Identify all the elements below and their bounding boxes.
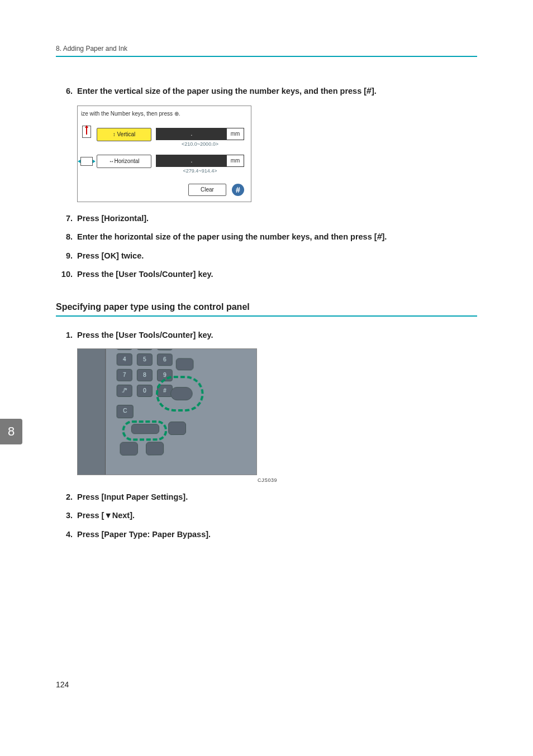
step-b1: 1. Press the [User Tools/Counter] key. — [56, 329, 477, 342]
chapter-tab: 8 — [0, 419, 22, 444]
horizontal-range: <279.4~914.4> — [156, 168, 244, 174]
step-number: 3. — [56, 509, 73, 522]
fn-key-e — [146, 442, 164, 455]
hash-icon: # — [377, 232, 382, 241]
down-arrow-icon: ▼ — [104, 511, 112, 520]
text-part: Press [ — [77, 511, 104, 520]
key-0: 0 — [137, 385, 153, 397]
key-7: 7 — [117, 369, 132, 381]
fn-key-a — [176, 358, 194, 371]
image-caption: CJS039 — [77, 477, 277, 483]
key-1: 1 — [117, 348, 132, 350]
control-panel-illustration: 1 2 3 4 5 6 7 8 9 ./* 0 # C — [77, 348, 257, 475]
page-number: 124 — [56, 680, 69, 689]
text-part: Next]. — [112, 511, 135, 520]
panel-screen — [77, 348, 106, 475]
step-b3: 3. Press [▼Next]. — [56, 509, 477, 522]
step-number: 8. — [56, 231, 73, 243]
subheading: Specifying paper type using the control … — [56, 302, 477, 317]
text-part: ]. — [372, 87, 377, 95]
key-star: ./* — [117, 385, 132, 397]
key-3: 3 — [157, 348, 173, 350]
lcd-prompt: ize with the Number keys, then press ⊕. — [78, 108, 251, 125]
steps-section-a-cont: 7. Press [Horizontal]. 8. Enter the hori… — [56, 212, 477, 281]
hash-icon: # — [366, 87, 372, 95]
fn-key-c — [168, 422, 186, 435]
vertical-range: <210.0~2000.0> — [156, 141, 244, 147]
orientation-horizontal-icon — [79, 152, 94, 170]
unit-label: mm — [227, 128, 244, 140]
key-c: C — [116, 405, 133, 418]
step-10: 10. Press the [User Tools/Counter] key. — [56, 268, 477, 281]
step-text: Enter the horizontal size of the paper u… — [77, 231, 477, 243]
step-7: 7. Press [Horizontal]. — [56, 212, 477, 225]
step-6: 6. Enter the vertical size of the paper … — [56, 85, 477, 98]
step-number: 10. — [56, 268, 73, 281]
vertical-value-box[interactable]: . mm — [156, 128, 244, 140]
step-number: 2. — [56, 491, 73, 504]
clear-button[interactable]: Clear — [188, 184, 226, 196]
steps-section-b: 1. Press the [User Tools/Counter] key. — [56, 329, 477, 342]
horizontal-button[interactable]: ↔Horizontal — [97, 155, 151, 168]
hash-button-icon[interactable]: # — [232, 184, 244, 196]
text-part: ]. — [382, 232, 387, 241]
step-b4: 4. Press [Paper Type: Paper Bypass]. — [56, 528, 477, 541]
step-text: Press [Input Paper Settings]. — [77, 491, 477, 504]
highlight-user-tools-icon — [156, 376, 204, 412]
key-2: 2 — [137, 348, 153, 350]
step-text: Press [▼Next]. — [77, 509, 477, 522]
step-text: Press [OK] twice. — [77, 250, 477, 262]
horizontal-value-col: . mm <279.4~914.4> — [156, 152, 244, 174]
page: 8 8. Adding Paper and Ink 6. Enter the v… — [0, 0, 533, 711]
panel-body: 1 2 3 4 5 6 7 8 9 ./* 0 # C — [77, 348, 257, 475]
fn-key-d — [120, 442, 138, 456]
step-text: Press the [User Tools/Counter] key. — [77, 268, 477, 281]
key-8: 8 — [137, 369, 153, 381]
vertical-value-col: . mm <210.0~2000.0> — [156, 126, 244, 147]
steps-section-a: 6. Enter the vertical size of the paper … — [56, 85, 477, 98]
step-8: 8. Enter the horizontal size of the pape… — [56, 231, 477, 243]
horizontal-value: . — [156, 155, 227, 166]
lcd-row-horizontal: ↔Horizontal . mm <279.4~914.4> — [78, 151, 251, 174]
page-header: 8. Adding Paper and Ink — [56, 45, 477, 57]
lcd-footer: Clear # — [78, 175, 251, 202]
text-part: Enter the vertical size of the paper usi… — [77, 87, 367, 95]
step-9: 9. Press [OK] twice. — [56, 250, 477, 262]
step-number: 9. — [56, 250, 73, 262]
horizontal-value-box[interactable]: . mm — [156, 155, 244, 167]
steps-section-b-cont: 2. Press [Input Paper Settings]. 3. Pres… — [56, 491, 477, 541]
step-number: 4. — [56, 528, 73, 541]
step-b2: 2. Press [Input Paper Settings]. — [56, 491, 477, 504]
step-text: Press [Paper Type: Paper Bypass]. — [77, 528, 477, 541]
highlight-secondary-icon — [122, 420, 168, 441]
orientation-vertical-icon — [79, 126, 94, 143]
key-4: 4 — [117, 353, 132, 366]
step-text: Enter the vertical size of the paper usi… — [77, 85, 477, 98]
step-text: Press [Horizontal]. — [77, 212, 477, 225]
step-text: Press the [User Tools/Counter] key. — [77, 329, 477, 342]
unit-label: mm — [227, 155, 244, 166]
vertical-value: . — [156, 128, 227, 140]
step-number: 7. — [56, 212, 73, 225]
key-6: 6 — [157, 353, 173, 366]
lcd-row-vertical: ↕ Vertical . mm <210.0~2000.0> — [78, 125, 251, 147]
step-number: 1. — [56, 329, 73, 342]
key-5: 5 — [137, 353, 153, 366]
text-part: Enter the horizontal size of the paper u… — [77, 232, 377, 241]
step-number: 6. — [56, 85, 73, 98]
lcd-screenshot: ize with the Number keys, then press ⊕. … — [77, 106, 251, 202]
vertical-button[interactable]: ↕ Vertical — [97, 128, 151, 141]
